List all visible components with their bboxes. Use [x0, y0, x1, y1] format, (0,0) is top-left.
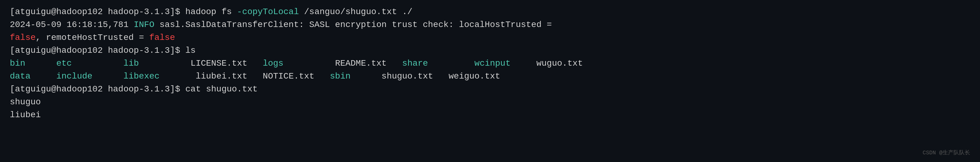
line2-msg: sasl.SaslDataTransferClient: SASL encryp…: [154, 20, 552, 29]
line9-liubei: liubei: [10, 110, 41, 120]
line3-false2: false: [149, 33, 175, 42]
line7-text: [atguigu@hadoop102 hadoop-3.1.3]$ cat sh…: [10, 84, 258, 94]
terminal-line-3: false, remoteHostTrusted = false: [10, 31, 970, 44]
line2-timestamp: 2024-05-09 16:18:15,781: [10, 20, 134, 29]
ls-libexec: libexec: [124, 71, 160, 81]
ls-lib: lib: [124, 59, 139, 68]
line8-shuguo: shuguo: [10, 97, 41, 107]
line3-false1: false: [10, 33, 36, 42]
line1-text: [atguigu@hadoop102 hadoop-3.1.3]$ hadoop…: [10, 7, 413, 17]
line4-text: [atguigu@hadoop102 hadoop-3.1.3]$ ls: [10, 46, 196, 55]
terminal-line-4: [atguigu@hadoop102 hadoop-3.1.3]$ ls: [10, 44, 970, 57]
ls-include: include: [56, 71, 92, 81]
ls-logs: logs: [262, 59, 283, 68]
watermark: CSDN @生产队队长: [923, 149, 970, 157]
ls-etc: etc: [56, 59, 72, 68]
terminal-line-6: data include libexec liubei.txt NOTICE.t…: [10, 70, 970, 83]
ls-data: data: [10, 71, 30, 81]
line2-info: INFO: [134, 20, 154, 29]
line3-mid: , remoteHostTrusted =: [36, 33, 149, 42]
ls-wcinput: wcinput: [474, 59, 511, 68]
terminal-window: [atguigu@hadoop102 hadoop-3.1.3]$ hadoop…: [0, 0, 980, 162]
terminal-line-1: [atguigu@hadoop102 hadoop-3.1.3]$ hadoop…: [10, 6, 970, 18]
ls-sbin: sbin: [330, 71, 350, 81]
terminal-line-8: shuguo: [10, 96, 970, 109]
terminal-line-5: bin etc lib LICENSE.txt logs README.txt …: [10, 57, 970, 70]
terminal-line-7: [atguigu@hadoop102 hadoop-3.1.3]$ cat sh…: [10, 83, 970, 96]
terminal-line-2: 2024-05-09 16:18:15,781 INFO sasl.SaslDa…: [10, 18, 970, 31]
terminal-line-9: liubei: [10, 109, 970, 122]
ls-bin: bin: [10, 59, 25, 68]
ls-share: share: [402, 59, 428, 68]
